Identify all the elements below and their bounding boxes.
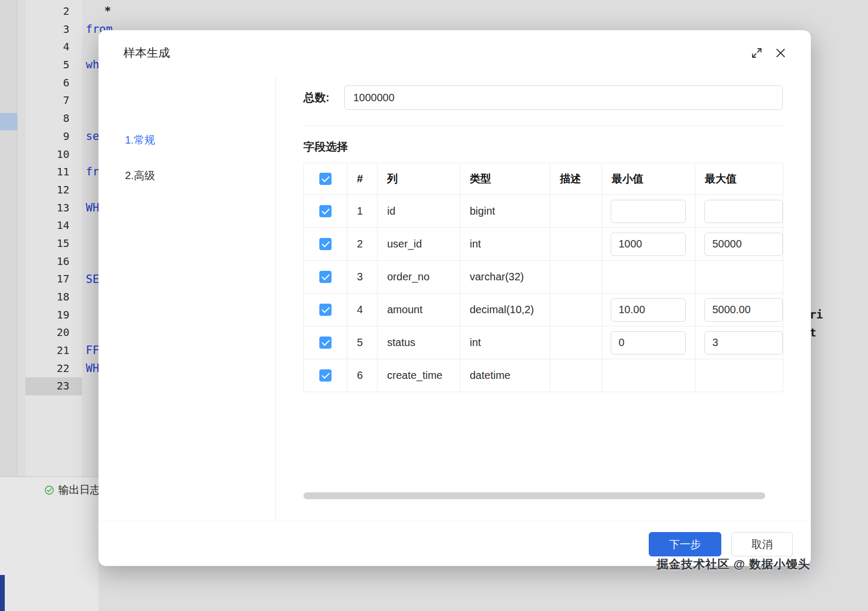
table-header-row: # 列 类型 描述 最小值 最大值 bbox=[304, 163, 783, 195]
step-advanced[interactable]: 2.高级 bbox=[125, 169, 155, 183]
total-count-label: 总数: bbox=[303, 90, 329, 105]
select-all-checkbox[interactable] bbox=[319, 173, 332, 185]
column-name: id bbox=[378, 195, 460, 228]
min-value-input[interactable] bbox=[611, 298, 686, 322]
table-row: 3order_novarchar(32) bbox=[304, 261, 783, 294]
table-row: 5statusint bbox=[304, 326, 783, 359]
table-row: 2user_idint bbox=[304, 228, 783, 261]
column-desc bbox=[550, 228, 602, 261]
field-selection-title: 字段选择 bbox=[303, 139, 348, 154]
column-type: decimal(10,2) bbox=[460, 294, 550, 326]
sample-generation-dialog: 样本生成 1.常规 2.高级 总数: 字段选择 bbox=[99, 30, 811, 566]
horizontal-scrollbar[interactable] bbox=[303, 492, 765, 499]
header-max: 最大值 bbox=[695, 163, 783, 195]
table-row: 4amountdecimal(10,2) bbox=[304, 294, 783, 326]
close-icon[interactable] bbox=[774, 46, 788, 60]
section-divider bbox=[303, 126, 783, 126]
row-index: 4 bbox=[347, 294, 378, 326]
column-type: int bbox=[460, 326, 550, 359]
field-table-body: 1idbigint2user_idint3order_novarchar(32)… bbox=[304, 195, 783, 392]
header-desc: 描述 bbox=[550, 163, 602, 195]
max-value-input[interactable] bbox=[704, 298, 783, 322]
row-checkbox[interactable] bbox=[319, 369, 332, 382]
column-type: datetime bbox=[460, 359, 550, 392]
row-index: 5 bbox=[347, 326, 378, 359]
column-name: amount bbox=[378, 294, 460, 326]
header-min: 最小值 bbox=[602, 163, 695, 195]
expand-icon[interactable] bbox=[750, 46, 764, 60]
step-general[interactable]: 1.常规 bbox=[125, 133, 155, 147]
column-name: order_no bbox=[378, 261, 460, 294]
row-index: 2 bbox=[347, 228, 378, 261]
table-row: 1idbigint bbox=[304, 195, 783, 228]
header-index: # bbox=[347, 163, 378, 195]
row-checkbox[interactable] bbox=[319, 205, 332, 217]
header-type: 类型 bbox=[460, 163, 550, 195]
column-desc bbox=[550, 326, 602, 359]
max-value-input[interactable] bbox=[704, 233, 783, 256]
row-index: 3 bbox=[347, 261, 378, 294]
column-desc bbox=[550, 195, 602, 228]
steps-sidebar: 1.常规 2.高级 bbox=[99, 76, 276, 521]
row-checkbox[interactable] bbox=[319, 304, 332, 316]
dialog-title: 样本生成 bbox=[123, 45, 170, 61]
total-count-input[interactable] bbox=[344, 85, 783, 110]
column-name: user_id bbox=[378, 228, 460, 261]
column-desc bbox=[550, 294, 602, 326]
row-checkbox[interactable] bbox=[319, 271, 332, 283]
row-checkbox[interactable] bbox=[319, 337, 332, 349]
column-type: int bbox=[460, 228, 550, 261]
watermark-text: 掘金技术社区 @ 数据小馒头 bbox=[657, 556, 810, 572]
row-checkbox[interactable] bbox=[319, 238, 332, 250]
max-value-input[interactable] bbox=[704, 331, 783, 355]
cancel-button[interactable]: 取消 bbox=[731, 532, 793, 556]
row-index: 6 bbox=[347, 359, 378, 392]
min-value-input[interactable] bbox=[611, 233, 686, 256]
column-name: status bbox=[378, 326, 460, 359]
row-index: 1 bbox=[347, 195, 378, 228]
min-value-input[interactable] bbox=[611, 331, 686, 355]
max-value-input[interactable] bbox=[704, 200, 783, 223]
column-desc bbox=[550, 261, 602, 294]
header-column: 列 bbox=[378, 163, 460, 195]
column-desc bbox=[550, 359, 602, 392]
next-step-button[interactable]: 下一步 bbox=[649, 532, 721, 556]
min-value-input[interactable] bbox=[611, 200, 686, 223]
column-type: bigint bbox=[460, 195, 550, 228]
screen-root: 234567891011121314151617181920212223 *fr… bbox=[0, 0, 868, 611]
field-table: # 列 类型 描述 最小值 最大值 1idbigint2user_idint3o… bbox=[303, 163, 783, 392]
table-row: 6create_timedatetime bbox=[304, 359, 783, 392]
column-name: create_time bbox=[378, 359, 460, 392]
column-type: varchar(32) bbox=[460, 261, 550, 294]
